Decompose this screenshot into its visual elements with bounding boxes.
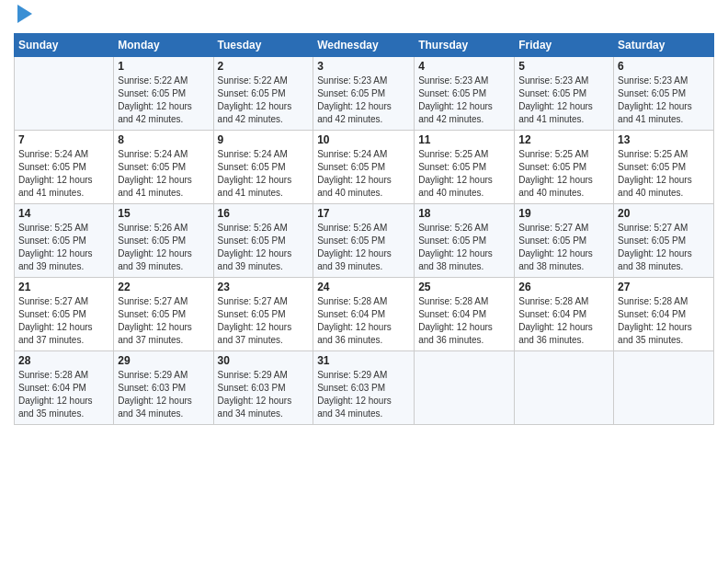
calendar-cell: 11Sunrise: 5:25 AM Sunset: 6:05 PM Dayli…: [415, 130, 515, 203]
day-number: 6: [618, 60, 710, 73]
day-header-friday: Friday: [515, 33, 614, 56]
day-header-saturday: Saturday: [614, 33, 714, 56]
day-number: 15: [118, 207, 209, 220]
calendar-cell: 22Sunrise: 5:27 AM Sunset: 6:05 PM Dayli…: [114, 277, 213, 350]
calendar-week-row: 28Sunrise: 5:28 AM Sunset: 6:04 PM Dayli…: [15, 350, 714, 424]
day-number: 26: [518, 281, 609, 293]
calendar-cell: [415, 350, 515, 424]
calendar-cell: 20Sunrise: 5:27 AM Sunset: 6:05 PM Dayli…: [614, 203, 714, 277]
calendar-cell: 8Sunrise: 5:24 AM Sunset: 6:05 PM Daylig…: [114, 130, 213, 203]
day-number: 28: [18, 354, 109, 367]
calendar-cell: 28Sunrise: 5:28 AM Sunset: 6:04 PM Dayli…: [15, 350, 114, 424]
calendar-cell: 5Sunrise: 5:23 AM Sunset: 6:05 PM Daylig…: [515, 56, 614, 130]
calendar-cell: 3Sunrise: 5:23 AM Sunset: 6:05 PM Daylig…: [313, 56, 415, 130]
day-number: 8: [118, 133, 209, 146]
calendar-week-row: 14Sunrise: 5:25 AM Sunset: 6:05 PM Dayli…: [15, 203, 714, 277]
day-info: Sunrise: 5:28 AM Sunset: 6:04 PM Dayligh…: [618, 295, 710, 347]
calendar-cell: 9Sunrise: 5:24 AM Sunset: 6:05 PM Daylig…: [213, 130, 313, 203]
day-header-monday: Monday: [114, 33, 213, 56]
day-info: Sunrise: 5:25 AM Sunset: 6:05 PM Dayligh…: [618, 148, 710, 200]
calendar-cell: 17Sunrise: 5:26 AM Sunset: 6:05 PM Dayli…: [313, 203, 415, 277]
day-header-sunday: Sunday: [15, 33, 114, 56]
calendar-cell: 31Sunrise: 5:29 AM Sunset: 6:03 PM Dayli…: [313, 350, 415, 424]
calendar-cell: 14Sunrise: 5:25 AM Sunset: 6:05 PM Dayli…: [15, 203, 114, 277]
day-header-tuesday: Tuesday: [213, 33, 313, 56]
day-info: Sunrise: 5:27 AM Sunset: 6:05 PM Dayligh…: [518, 222, 609, 273]
calendar-cell: 2Sunrise: 5:22 AM Sunset: 6:05 PM Daylig…: [213, 56, 313, 130]
calendar-cell: 19Sunrise: 5:27 AM Sunset: 6:05 PM Dayli…: [515, 203, 614, 277]
calendar-cell: 24Sunrise: 5:28 AM Sunset: 6:04 PM Dayli…: [313, 277, 415, 350]
day-info: Sunrise: 5:29 AM Sunset: 6:03 PM Dayligh…: [317, 369, 410, 420]
day-info: Sunrise: 5:28 AM Sunset: 6:04 PM Dayligh…: [418, 295, 510, 347]
day-info: Sunrise: 5:26 AM Sunset: 6:05 PM Dayligh…: [418, 222, 510, 273]
day-number: 30: [218, 354, 310, 367]
day-header-thursday: Thursday: [415, 33, 515, 56]
page-header: [14, 9, 714, 28]
day-info: Sunrise: 5:24 AM Sunset: 6:05 PM Dayligh…: [18, 148, 109, 200]
day-info: Sunrise: 5:25 AM Sunset: 6:05 PM Dayligh…: [418, 148, 510, 200]
day-info: Sunrise: 5:28 AM Sunset: 6:04 PM Dayligh…: [317, 295, 410, 347]
day-number: 18: [418, 207, 510, 220]
calendar-cell: [15, 56, 114, 130]
calendar-cell: 18Sunrise: 5:26 AM Sunset: 6:05 PM Dayli…: [415, 203, 515, 277]
day-number: 4: [418, 60, 510, 73]
day-info: Sunrise: 5:27 AM Sunset: 6:05 PM Dayligh…: [118, 295, 209, 347]
calendar-cell: [515, 350, 614, 424]
day-info: Sunrise: 5:27 AM Sunset: 6:05 PM Dayligh…: [18, 295, 109, 347]
day-number: 10: [317, 133, 410, 146]
day-number: 31: [317, 354, 410, 367]
day-info: Sunrise: 5:29 AM Sunset: 6:03 PM Dayligh…: [218, 369, 310, 420]
calendar-cell: 23Sunrise: 5:27 AM Sunset: 6:05 PM Dayli…: [213, 277, 313, 350]
calendar-cell: 15Sunrise: 5:26 AM Sunset: 6:05 PM Dayli…: [114, 203, 213, 277]
calendar-cell: [614, 350, 714, 424]
day-number: 20: [618, 207, 710, 220]
day-info: Sunrise: 5:23 AM Sunset: 6:05 PM Dayligh…: [618, 75, 710, 126]
calendar-cell: 26Sunrise: 5:28 AM Sunset: 6:04 PM Dayli…: [515, 277, 614, 350]
calendar-header-row: SundayMondayTuesdayWednesdayThursdayFrid…: [15, 33, 714, 56]
day-number: 1: [118, 60, 209, 73]
calendar-cell: 21Sunrise: 5:27 AM Sunset: 6:05 PM Dayli…: [15, 277, 114, 350]
day-number: 24: [317, 281, 410, 293]
day-number: 21: [18, 281, 109, 293]
day-info: Sunrise: 5:26 AM Sunset: 6:05 PM Dayligh…: [118, 222, 209, 273]
day-number: 16: [218, 207, 310, 220]
day-info: Sunrise: 5:22 AM Sunset: 6:05 PM Dayligh…: [118, 75, 209, 126]
day-number: 7: [18, 133, 109, 146]
day-number: 9: [218, 133, 310, 146]
day-info: Sunrise: 5:24 AM Sunset: 6:05 PM Dayligh…: [218, 148, 310, 200]
day-info: Sunrise: 5:29 AM Sunset: 6:03 PM Dayligh…: [118, 369, 209, 420]
calendar-cell: 16Sunrise: 5:26 AM Sunset: 6:05 PM Dayli…: [213, 203, 313, 277]
logo: [14, 9, 32, 28]
calendar-cell: 25Sunrise: 5:28 AM Sunset: 6:04 PM Dayli…: [415, 277, 515, 350]
day-number: 11: [418, 133, 510, 146]
day-number: 19: [518, 207, 609, 220]
day-number: 27: [618, 281, 710, 293]
day-info: Sunrise: 5:26 AM Sunset: 6:05 PM Dayligh…: [218, 222, 310, 273]
day-number: 14: [18, 207, 109, 220]
day-number: 22: [118, 281, 209, 293]
calendar-week-row: 7Sunrise: 5:24 AM Sunset: 6:05 PM Daylig…: [15, 130, 714, 203]
day-info: Sunrise: 5:23 AM Sunset: 6:05 PM Dayligh…: [418, 75, 510, 126]
day-number: 2: [218, 60, 310, 73]
day-header-wednesday: Wednesday: [313, 33, 415, 56]
calendar-week-row: 1Sunrise: 5:22 AM Sunset: 6:05 PM Daylig…: [15, 56, 714, 130]
day-info: Sunrise: 5:23 AM Sunset: 6:05 PM Dayligh…: [317, 75, 410, 126]
calendar-cell: 7Sunrise: 5:24 AM Sunset: 6:05 PM Daylig…: [15, 130, 114, 203]
calendar-cell: 4Sunrise: 5:23 AM Sunset: 6:05 PM Daylig…: [415, 56, 515, 130]
day-number: 23: [218, 281, 310, 293]
calendar-cell: 27Sunrise: 5:28 AM Sunset: 6:04 PM Dayli…: [614, 277, 714, 350]
day-info: Sunrise: 5:28 AM Sunset: 6:04 PM Dayligh…: [18, 369, 109, 420]
day-info: Sunrise: 5:26 AM Sunset: 6:05 PM Dayligh…: [317, 222, 410, 273]
calendar-cell: 1Sunrise: 5:22 AM Sunset: 6:05 PM Daylig…: [114, 56, 213, 130]
calendar-table: SundayMondayTuesdayWednesdayThursdayFrid…: [14, 33, 714, 425]
day-number: 3: [317, 60, 410, 73]
day-number: 29: [118, 354, 209, 367]
day-number: 12: [518, 133, 609, 146]
day-info: Sunrise: 5:28 AM Sunset: 6:04 PM Dayligh…: [518, 295, 609, 347]
day-info: Sunrise: 5:27 AM Sunset: 6:05 PM Dayligh…: [618, 222, 710, 273]
calendar-cell: 29Sunrise: 5:29 AM Sunset: 6:03 PM Dayli…: [114, 350, 213, 424]
day-info: Sunrise: 5:24 AM Sunset: 6:05 PM Dayligh…: [118, 148, 209, 200]
calendar-cell: 13Sunrise: 5:25 AM Sunset: 6:05 PM Dayli…: [614, 130, 714, 203]
calendar-cell: 12Sunrise: 5:25 AM Sunset: 6:05 PM Dayli…: [515, 130, 614, 203]
day-info: Sunrise: 5:24 AM Sunset: 6:05 PM Dayligh…: [317, 148, 410, 200]
